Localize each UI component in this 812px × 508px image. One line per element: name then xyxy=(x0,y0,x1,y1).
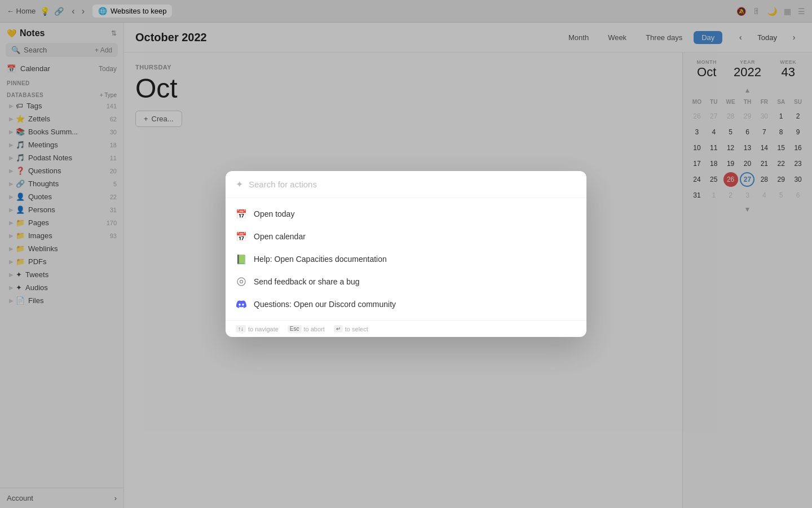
command-palette: ✦ 📅 Open today 📅 Open calendar 📗 Help: O… xyxy=(226,171,586,337)
open-today-icon: 📅 xyxy=(236,208,247,220)
feedback-label: Send feedback or share a bug xyxy=(254,277,360,286)
help-docs-label: Help: Open Capacities documentation xyxy=(254,255,387,264)
select-key: ↵ xyxy=(334,325,343,332)
command-search-icon: ✦ xyxy=(236,179,243,190)
abort-label: to abort xyxy=(304,326,325,332)
open-calendar-label: Open calendar xyxy=(254,232,306,241)
modal-overlay[interactable]: ✦ 📅 Open today 📅 Open calendar 📗 Help: O… xyxy=(0,0,812,508)
command-item-open-calendar[interactable]: 📅 Open calendar xyxy=(226,225,586,248)
navigate-label: to navigate xyxy=(248,326,279,332)
svg-point-1 xyxy=(240,281,243,283)
select-label: to select xyxy=(345,326,368,332)
footer-abort: Esc to abort xyxy=(288,325,325,332)
help-docs-icon: 📗 xyxy=(236,253,247,265)
command-item-send-feedback[interactable]: Send feedback or share a bug xyxy=(226,270,586,293)
command-search-row: ✦ xyxy=(226,171,586,198)
open-calendar-icon: 📅 xyxy=(236,231,247,242)
discord-label: Questions: Open our Discord community xyxy=(254,300,396,309)
command-footer: ↑↓ to navigate Esc to abort ↵ to select xyxy=(226,320,586,337)
command-search-input[interactable] xyxy=(249,179,576,189)
command-item-help-docs[interactable]: 📗 Help: Open Capacities documentation xyxy=(226,248,586,270)
open-today-label: Open today xyxy=(254,209,294,218)
footer-select: ↵ to select xyxy=(334,325,368,332)
navigate-keys: ↑↓ xyxy=(236,325,246,332)
command-item-discord[interactable]: Questions: Open our Discord community xyxy=(226,293,586,316)
footer-navigate: ↑↓ to navigate xyxy=(236,325,279,332)
command-list: 📅 Open today 📅 Open calendar 📗 Help: Ope… xyxy=(226,198,586,320)
command-item-open-today[interactable]: 📅 Open today xyxy=(226,203,586,225)
feedback-icon xyxy=(236,276,247,287)
svg-point-0 xyxy=(237,278,245,286)
discord-icon xyxy=(236,299,247,310)
abort-key: Esc xyxy=(288,325,302,332)
